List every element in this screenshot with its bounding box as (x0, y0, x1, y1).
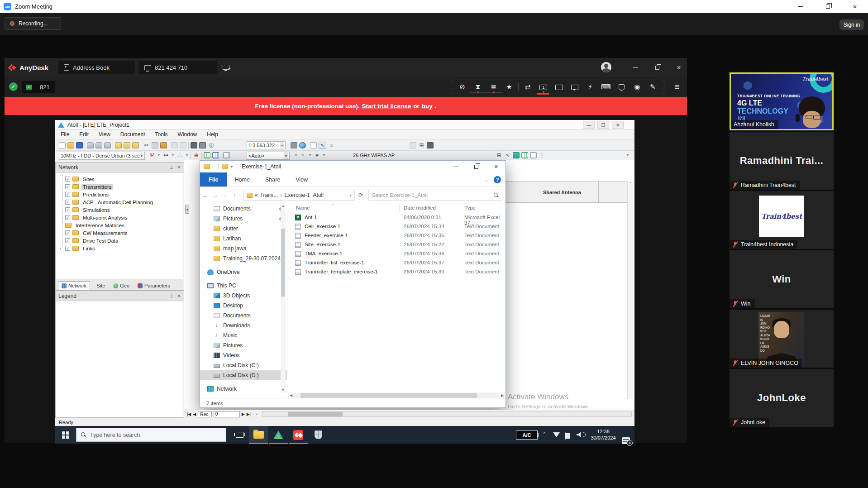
table-calc-icon[interactable] (521, 152, 528, 158)
file-row[interactable]: Ant-1 04/06/2020 0:31 Microsoft Excel 97… (288, 213, 506, 222)
sidebar-item[interactable]: Music (200, 330, 287, 340)
database-icon-3[interactable] (104, 142, 111, 148)
explorer-close-button[interactable]: ✕ (486, 161, 506, 172)
sidebar-item[interactable]: 3D Objects (200, 291, 287, 301)
copy-icon[interactable] (152, 142, 158, 148)
dropdown-icon[interactable]: ▾ (294, 152, 298, 158)
back-button[interactable]: ← (200, 192, 210, 199)
sidebar-item[interactable]: Downloads (200, 321, 287, 330)
window-restore-button[interactable] (817, 0, 838, 13)
dropdown-icon[interactable]: ▾ (171, 152, 175, 158)
scale-combobox[interactable]: 1:3.563.322▾ (247, 141, 286, 149)
tray-expand-icon[interactable]: ⌃ (542, 431, 546, 437)
dock-tab[interactable]: Network (58, 281, 90, 290)
target-icon[interactable]: ⊕ (193, 152, 200, 158)
tree-checkbox[interactable]: ✓ (65, 238, 70, 243)
tree-checkbox[interactable]: ✓ (65, 192, 70, 197)
up-button[interactable]: ↑ (230, 192, 240, 199)
atoll-minimize-button[interactable]: — (583, 121, 595, 129)
tree-checkbox[interactable]: ✓ (65, 200, 70, 205)
table-vertical-scrollbar[interactable]: ^ (627, 181, 633, 399)
sidebar-item[interactable]: Pictures (200, 340, 287, 350)
taskbar-search[interactable]: Type here to search (76, 428, 226, 442)
toolbar-separator[interactable] (518, 83, 519, 91)
keyboard-settings-icon[interactable]: ⌨ (599, 80, 612, 94)
explorer-search[interactable] (368, 190, 502, 201)
record-session-icon[interactable]: ◉ (630, 80, 644, 94)
breadcrumb-current[interactable]: Exercise-1_Atoll (284, 192, 324, 198)
taskbar-clock[interactable]: 12:38 30/07/2024 (588, 428, 618, 441)
pan-icon[interactable] (410, 142, 416, 148)
cut-icon[interactable]: ✂ (143, 142, 150, 148)
undo-icon[interactable] (171, 142, 178, 148)
next-record-button[interactable]: ▶ (242, 412, 245, 416)
battery-icon[interactable] (565, 432, 566, 440)
tab-address-book[interactable]: Address Book (58, 61, 135, 74)
grid-icon[interactable]: ⊞ (496, 152, 502, 158)
notification-center-icon[interactable]: 6 (622, 437, 630, 444)
atoll-restore-button[interactable]: ❒ (597, 121, 609, 129)
tree-item[interactable]: ✓ Sites (56, 175, 183, 183)
previous-record-button[interactable]: ◀ (193, 412, 196, 416)
tree-item[interactable]: ✓ Interference Matrices (56, 221, 183, 229)
building-icon[interactable] (291, 142, 297, 148)
window-minimize-button[interactable] (790, 0, 811, 13)
tab-view[interactable]: View (288, 172, 315, 187)
archive-icon[interactable] (115, 142, 122, 148)
find-icon[interactable] (427, 142, 434, 148)
anydesk-close-button[interactable]: ✕ (669, 58, 689, 77)
participant-tile[interactable]: ((•)) LUZAR IS JON RDINO RUZ ALEZA KOCO … (730, 310, 834, 368)
favorites-star-icon[interactable]: ★ (503, 80, 516, 94)
sidebar-item[interactable]: Pictures (200, 214, 287, 224)
column-shared-antenna[interactable]: Shared Antenna (526, 190, 598, 195)
separator[interactable] (201, 152, 202, 159)
sidebar-item[interactable]: Network (200, 384, 287, 392)
file-row[interactable]: TMA_exercise-1 26/07/2024 15:36 Text Doc… (288, 249, 506, 258)
tree-item[interactable]: › ✓ Links (56, 244, 183, 252)
tree-checkbox[interactable]: ✓ (65, 230, 70, 235)
print-preview-icon[interactable] (199, 142, 206, 148)
separator[interactable] (113, 142, 113, 149)
sign-in-button[interactable]: Sign in (839, 19, 864, 30)
participant-tile[interactable]: ((•)) Win Win (730, 250, 834, 308)
tree-item[interactable]: ✓ Predictions (56, 191, 183, 198)
horizontal-scrollbar[interactable] (262, 411, 632, 417)
tree-item[interactable]: ✓ Drive Test Data (56, 237, 183, 244)
record-dot-icon[interactable]: ◉ (314, 152, 320, 158)
separator[interactable] (188, 142, 189, 149)
menu-item[interactable]: Window (178, 131, 197, 138)
dock-tab[interactable]: Parameters (134, 281, 174, 290)
column-date[interactable]: Date modified (404, 205, 436, 211)
taskbar-atoll-button[interactable] (269, 426, 288, 444)
file-row[interactable]: Feeder_exercise-1 26/07/2024 15:35 Text … (288, 231, 506, 240)
quick-access-properties-icon[interactable] (213, 164, 219, 169)
sidebar-item[interactable]: map jawa (200, 244, 287, 254)
quick-access-folder-icon[interactable] (204, 164, 210, 169)
window-close-button[interactable]: ✕ (844, 0, 865, 13)
session-hourglass-icon[interactable]: ⧗ (472, 80, 485, 94)
open-document-icon[interactable] (67, 142, 74, 148)
taskbar-anydesk-button[interactable] (289, 426, 308, 444)
quick-access-dropdown-icon[interactable]: ▾ (231, 165, 233, 169)
buy-link[interactable]: buy (422, 103, 433, 110)
tab-home[interactable]: Home (227, 172, 258, 187)
participant-tile[interactable]: ((•)) JohnLoke JohnLoke (730, 369, 834, 427)
quick-access-newfolder-icon[interactable] (222, 164, 228, 169)
anydesk-minimize-button[interactable] (625, 58, 645, 77)
dropdown-icon[interactable]: ▾ (308, 152, 312, 158)
tree-checkbox[interactable]: ✓ (65, 184, 70, 189)
separator[interactable] (191, 152, 191, 159)
breadcrumb[interactable]: « Traini... › Exercise-1_Atoll ▾ (243, 190, 355, 201)
pointer-icon[interactable]: ↖ (319, 142, 326, 149)
scroll-left-icon[interactable]: ‹ (256, 412, 258, 416)
monitor-2-icon[interactable] (553, 80, 566, 94)
dock-tab[interactable]: Site (91, 281, 109, 290)
tree-checkbox[interactable]: ✓ (65, 207, 70, 212)
tree-item[interactable]: ✓ Multi-point Analysis (56, 214, 183, 221)
database-icon-2[interactable] (95, 142, 102, 148)
recording-indicator[interactable]: Recording... (5, 17, 61, 30)
search-input[interactable] (372, 192, 494, 198)
dropdown-icon[interactable]: ▾ (322, 152, 326, 158)
close-panel-icon[interactable]: ✕ (177, 293, 181, 298)
database-icon-1[interactable] (87, 142, 94, 148)
